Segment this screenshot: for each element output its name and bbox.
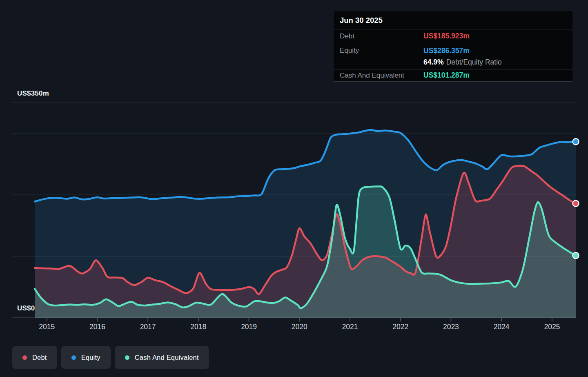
legend-chip-equity[interactable]: Equity — [61, 346, 111, 369]
legend-chip-debt[interactable]: Debt — [12, 346, 57, 369]
endpoint-dot-cash-and-equivalent — [573, 252, 579, 259]
legend-cash-label: Cash And Equivalent — [135, 354, 199, 361]
legend-chip-cash[interactable]: Cash And Equivalent — [115, 346, 209, 369]
tooltip-debt-value: US$185.923m — [423, 32, 470, 40]
endpoint-dot-debt — [573, 201, 579, 207]
legend-equity-label: Equity — [81, 354, 100, 361]
x-tick-label-2016: 2016 — [89, 323, 105, 331]
y-axis-label-0: US$0 — [17, 304, 35, 312]
x-tick-label-2024: 2024 — [494, 323, 510, 331]
x-tick-label-2022: 2022 — [392, 323, 408, 331]
tooltip-date: Jun 30 2025 — [334, 11, 572, 29]
debt-dot-icon — [22, 355, 27, 360]
y-axis-label-350m: US$350m — [17, 89, 49, 98]
tooltip-cash-label: Cash And Equivalent — [340, 71, 423, 80]
tooltip-debt-label: Debt — [340, 32, 423, 40]
endpoint-dot-equity — [573, 138, 579, 145]
tooltip-ratio-value: 64.9%Debt/Equity Ratio — [423, 58, 502, 67]
x-tick-label-2025: 2025 — [544, 323, 560, 331]
chart-legend: Debt Equity Cash And Equivalent — [12, 346, 209, 369]
tooltip-ratio-label: Debt/Equity Ratio — [446, 58, 502, 66]
tooltip-equity-label: Equity — [340, 47, 423, 55]
tooltip-equity-row: Equity US$286.357m — [334, 43, 572, 57]
legend-debt-label: Debt — [32, 354, 47, 361]
x-tick-label-2023: 2023 — [443, 323, 459, 331]
tooltip-debt-row: Debt US$185.923m — [334, 29, 572, 43]
x-tick-label-2020: 2020 — [292, 323, 307, 331]
tooltip-ratio-row: 64.9%Debt/Equity Ratio — [334, 57, 572, 69]
chart-tooltip: Jun 30 2025 Debt US$185.923m Equity US$2… — [334, 11, 572, 82]
x-tick-label-2021: 2021 — [342, 323, 358, 331]
tooltip-equity-value: US$286.357m — [423, 47, 470, 55]
x-tick-label-2018: 2018 — [190, 323, 206, 331]
x-tick-label-2015: 2015 — [39, 323, 55, 331]
cash-dot-icon — [125, 355, 129, 360]
debt-equity-chart-panel: 2015201620172018201920202021202220232024… — [0, 0, 588, 377]
x-tick-label-2019: 2019 — [241, 323, 257, 331]
tooltip-cash-row: Cash And Equivalent US$101.287m — [334, 69, 572, 82]
equity-dot-icon — [71, 355, 76, 360]
tooltip-cash-value: US$101.287m — [423, 71, 470, 80]
x-tick-label-2017: 2017 — [140, 323, 156, 331]
